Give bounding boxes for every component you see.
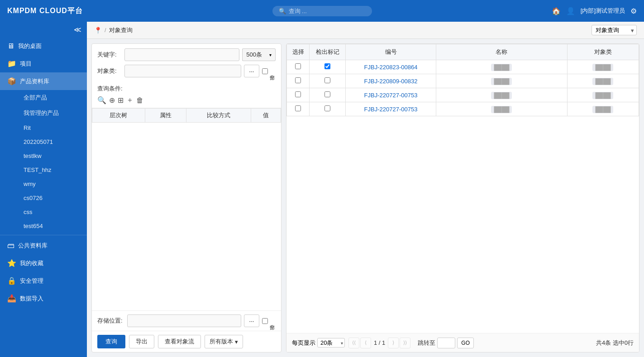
next-page-btn[interactable]: ⟩: [388, 338, 399, 348]
sidebar-item-security[interactable]: 🔒 安全管理: [0, 272, 87, 290]
select-cell[interactable]: [287, 60, 310, 74]
first-page-btn[interactable]: ⟨⟨: [348, 338, 359, 348]
select-cell[interactable]: [287, 88, 310, 102]
storage-dots-btn[interactable]: ···: [244, 314, 259, 327]
select-cell[interactable]: [287, 74, 310, 88]
number-cell: FJBJ-220809-00832: [346, 74, 436, 88]
all-checkbox[interactable]: [262, 68, 268, 74]
right-panel: 选择 检出标记 编号 名称 对象类 FJB: [286, 43, 639, 352]
sidebar-sub-css[interactable]: css: [16, 205, 87, 219]
sidebar-item-favorites[interactable]: ⭐ 我的收藏: [0, 254, 87, 272]
sidebar-item-public-library[interactable]: 🗃 公共资料库: [0, 237, 87, 254]
prev-page-btn[interactable]: ⟨: [360, 338, 371, 348]
row-select-checkbox[interactable]: [295, 77, 301, 83]
sidebar-item-label: 我的桌面: [18, 42, 42, 50]
checkout-cell: [310, 88, 346, 102]
search-input[interactable]: [289, 8, 361, 14]
delete-btn[interactable]: 🗑: [136, 96, 143, 105]
type-value: ████: [592, 106, 613, 113]
version-dropdown[interactable]: 所有版本 ▾: [205, 335, 243, 348]
col-select: 选择: [287, 44, 310, 60]
page-size-wrap: 每页显示 10条 20条 50条 100条: [292, 338, 345, 347]
checkout-checkbox[interactable]: [324, 63, 330, 69]
results-table-wrap: 选择 检出标记 编号 名称 对象类 FJB: [286, 44, 639, 333]
table-row: FJBJ-220727-00753 ████ ████: [287, 88, 639, 102]
sidebar-sub-test654[interactable]: test654: [16, 219, 87, 233]
jump-label: 跳转至: [418, 339, 435, 347]
go-button[interactable]: GO: [457, 338, 474, 348]
number-link[interactable]: FJBJ-220809-00832: [364, 78, 418, 85]
query-cond-label: 查询条件:: [92, 83, 281, 94]
add-circle-btn[interactable]: ⊕: [109, 96, 115, 105]
number-link[interactable]: FJBJ-220727-00753: [364, 106, 418, 113]
sidebar-sub-cs0726[interactable]: cs0726: [16, 191, 87, 205]
query-toolbar: 🔍 ⊕ ⊞ ＋ 🗑: [92, 94, 281, 108]
sidebar-sub-202205071[interactable]: 202205071: [16, 135, 87, 149]
sidebar-item-label: 数据导入: [20, 295, 43, 303]
page-size-label: 每页显示: [292, 339, 315, 347]
count-dropdown[interactable]: ▾: [266, 48, 276, 61]
checkout-checkbox[interactable]: [324, 105, 330, 111]
sidebar-item-data-import[interactable]: 📥 数据导入: [0, 290, 87, 307]
bottom-toolbar: 查询 导出 查看对象流 所有版本 ▾: [92, 331, 281, 352]
storage-all-checkbox[interactable]: [262, 318, 268, 324]
search-cond-btn[interactable]: 🔍: [97, 96, 106, 105]
sidebar-item-label: 公共资料库: [18, 242, 48, 250]
view-flow-button[interactable]: 查看对象流: [158, 335, 201, 348]
checkout-checkbox[interactable]: [324, 77, 330, 83]
sidebar-item-desktop[interactable]: 🖥 我的桌面: [0, 38, 87, 55]
sidebar-sub-test-hhz[interactable]: TEST_hhz: [16, 163, 87, 177]
number-link[interactable]: FJBJ-220727-00753: [364, 92, 418, 99]
sidebar-sub-wmy[interactable]: wmy: [16, 177, 87, 191]
name-value: ████: [491, 92, 512, 99]
last-page-btn[interactable]: ⟩⟩: [400, 338, 410, 348]
sidebar-sub-testlkw[interactable]: testlkw: [16, 149, 87, 163]
select-cell[interactable]: [287, 102, 310, 116]
object-type-dots-btn[interactable]: ···: [244, 65, 259, 77]
name-value: ████: [491, 64, 512, 71]
username-label[interactable]: [内部]测试管理员: [581, 7, 625, 15]
sidebar-item-label: 我的收藏: [20, 259, 43, 267]
sidebar-divider: [0, 235, 87, 235]
row-select-checkbox[interactable]: [295, 91, 301, 97]
sidebar-sub-all-products[interactable]: 全部产品: [16, 90, 87, 105]
storage-row: 存储位置: ··· 全部: [92, 310, 281, 331]
keyword-input[interactable]: [124, 48, 239, 61]
col-compare: 比较方式: [186, 109, 251, 123]
sidebar-sub-rit[interactable]: Rit: [16, 121, 87, 135]
search-bar[interactable]: 🔍: [272, 6, 372, 16]
number-link[interactable]: FJBJ-220823-00864: [364, 64, 418, 71]
settings-icon[interactable]: ⚙: [630, 7, 637, 15]
jump-input[interactable]: [437, 338, 455, 348]
number-cell: FJBJ-220823-00864: [346, 60, 436, 74]
name-value: ████: [491, 106, 512, 113]
row-select-checkbox[interactable]: [295, 63, 301, 69]
type-cell: ████: [567, 60, 639, 74]
product-icon: 📦: [7, 77, 16, 86]
checkout-checkbox[interactable]: [324, 91, 330, 97]
location-icon: 📍: [94, 27, 102, 34]
query-button[interactable]: 查询: [97, 335, 125, 348]
export-button[interactable]: 导出: [129, 335, 154, 348]
checkout-cell: [310, 60, 346, 74]
breadcrumb-separator: /: [105, 27, 106, 33]
name-cell: ████: [436, 60, 568, 74]
type-cell: ████: [567, 102, 639, 116]
home-icon[interactable]: 🏠: [552, 7, 561, 15]
storage-input[interactable]: [127, 314, 241, 327]
page-size-select[interactable]: 10条 20条 50条 100条: [317, 338, 345, 347]
table-row: FJBJ-220823-00864 ████ ████: [287, 60, 639, 74]
type-value: ████: [592, 92, 613, 99]
add-square-btn[interactable]: ⊞: [118, 96, 124, 105]
collapse-icon[interactable]: ≪: [74, 25, 81, 34]
col-name: 名称: [436, 44, 568, 60]
sidebar-toggle[interactable]: ≪: [0, 22, 87, 38]
sidebar-item-project[interactable]: 📁 项目: [0, 55, 87, 72]
object-type-input[interactable]: [124, 65, 241, 77]
sidebar-sub-my-products[interactable]: 我管理的产品: [16, 105, 87, 121]
sidebar-item-product-library[interactable]: 📦 产品资料库: [0, 72, 87, 90]
add-btn[interactable]: ＋: [126, 95, 134, 105]
row-select-checkbox[interactable]: [295, 105, 301, 111]
user-icon[interactable]: 👤: [566, 7, 575, 15]
page-select[interactable]: 对象查询: [592, 25, 637, 35]
